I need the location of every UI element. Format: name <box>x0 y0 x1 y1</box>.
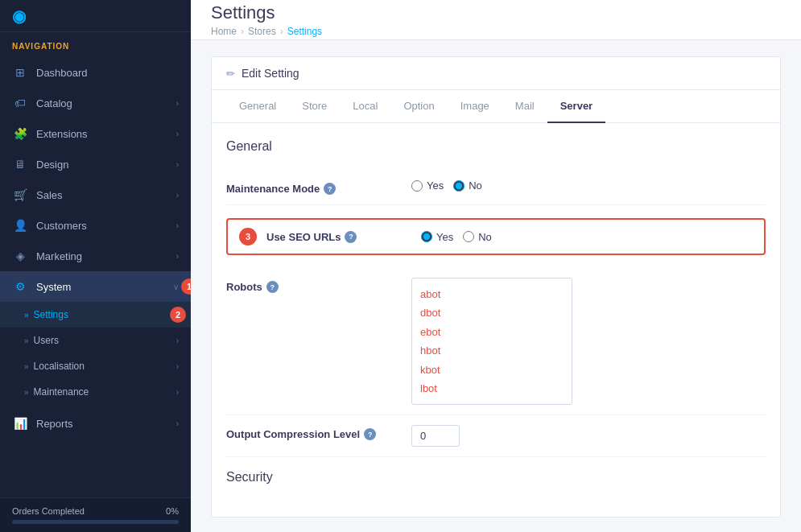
main-content: Settings Home › Stores › Settings ✏ Edit… <box>191 0 801 532</box>
sidebar-item-label: Design <box>36 159 176 171</box>
breadcrumb-stores[interactable]: Stores <box>248 26 276 37</box>
robot-item: hbot <box>420 341 564 360</box>
orders-bottom-bar: Orders Completed 0% <box>0 497 191 532</box>
top-bar: Settings Home › Stores › Settings <box>191 0 801 40</box>
chevron-right-icon: » <box>24 311 29 320</box>
sidebar-item-sales[interactable]: 🛒 Sales › <box>0 179 191 210</box>
sidebar-item-system[interactable]: ⚙ System ∨ 1 <box>0 271 191 302</box>
chevron-right-icon: › <box>176 130 179 138</box>
section-title: General <box>226 139 766 154</box>
robots-list[interactable]: abot dbot ebot hbot kbot lbot <box>411 278 572 405</box>
sidebar-item-extensions[interactable]: 🧩 Extensions › <box>0 118 191 149</box>
breadcrumb-sep: › <box>241 26 244 37</box>
maintenance-radio-group: Yes No <box>411 179 482 192</box>
orders-percent: 0% <box>166 506 179 516</box>
help-icon[interactable]: ? <box>324 183 336 195</box>
sidebar-subitem-users[interactable]: » Users › <box>0 328 191 353</box>
breadcrumb-home[interactable]: Home <box>211 26 237 37</box>
tab-server[interactable]: Server <box>547 90 605 123</box>
maintenance-no-radio[interactable] <box>453 180 464 192</box>
orders-completed-label: Orders Completed <box>12 506 85 516</box>
sidebar-item-reports[interactable]: 📊 Reports › <box>0 408 191 439</box>
seo-yes-radio[interactable] <box>421 231 432 242</box>
sidebar-subitem-label: Users <box>34 335 176 346</box>
tab-image[interactable]: Image <box>448 90 502 123</box>
chevron-right-icon: » <box>24 336 29 345</box>
seo-no-option[interactable]: No <box>463 231 492 243</box>
reports-icon: 📊 <box>12 417 28 430</box>
tab-local[interactable]: Local <box>340 90 390 123</box>
maintenance-mode-label: Maintenance Mode ? <box>226 179 411 195</box>
robot-item: lbot <box>420 379 564 398</box>
system-icon: ⚙ <box>12 280 28 293</box>
sidebar-item-label: Customers <box>36 220 176 232</box>
chevron-right-icon: › <box>176 99 179 108</box>
breadcrumb: Home › Stores › Settings <box>211 26 322 37</box>
compression-input[interactable] <box>411 425 460 447</box>
sidebar-item-design[interactable]: 🖥 Design › <box>0 149 191 179</box>
catalog-icon: 🏷 <box>12 97 28 109</box>
seo-urls-label: Use SEO URLs ? <box>266 231 411 243</box>
tab-store[interactable]: Store <box>289 90 340 123</box>
chevron-right-icon: › <box>176 191 179 200</box>
help-icon[interactable]: ? <box>345 231 357 243</box>
marketing-icon: ◈ <box>12 250 28 262</box>
security-section-title: Security <box>226 470 766 485</box>
pencil-icon: ✏ <box>226 68 235 80</box>
help-icon[interactable]: ? <box>364 428 376 440</box>
page-title: Settings <box>211 2 310 23</box>
sidebar-subitem-settings[interactable]: » Settings 2 <box>0 302 191 328</box>
sidebar-subitem-label: Localisation <box>34 361 176 372</box>
sidebar-item-catalog[interactable]: 🏷 Catalog › <box>0 88 191 118</box>
tab-mail[interactable]: Mail <box>502 90 547 123</box>
maintenance-mode-control: Yes No <box>411 179 766 192</box>
chevron-right-icon: › <box>176 419 179 428</box>
seo-badge: 3 <box>239 228 257 245</box>
maintenance-no-option[interactable]: No <box>453 179 482 192</box>
help-icon[interactable]: ? <box>266 281 279 293</box>
robot-item: dbot <box>420 303 564 322</box>
chevron-right-icon: › <box>176 160 179 169</box>
robots-label: Robots ? <box>226 278 411 293</box>
logo-icon: ◉ <box>12 6 26 26</box>
seo-no-radio[interactable] <box>463 231 474 242</box>
chevron-right-icon: › <box>176 362 179 371</box>
compression-label: Output Compression Level ? <box>226 425 411 440</box>
seo-urls-row: 3 Use SEO URLs ? Yes N <box>226 218 766 255</box>
extensions-icon: 🧩 <box>12 127 28 140</box>
sidebar-item-marketing[interactable]: ◈ Marketing › <box>0 241 191 271</box>
maintenance-yes-radio[interactable] <box>411 180 423 192</box>
progress-bar-track <box>12 520 179 524</box>
sales-icon: 🛒 <box>12 188 28 201</box>
card-header-title: Edit Setting <box>242 67 299 80</box>
settings-card: ✏ Edit Setting General Store Local Optio… <box>211 56 781 518</box>
chevron-right-icon: › <box>176 221 179 230</box>
sidebar-subitem-label: Maintenance <box>34 386 176 398</box>
robot-item: kbot <box>420 361 564 379</box>
orders-label-row: Orders Completed 0% <box>12 506 179 516</box>
seo-radio-group: Yes No <box>421 231 492 243</box>
robot-item: ebot <box>420 323 564 341</box>
chevron-right-icon: » <box>24 362 29 371</box>
breadcrumb-sep: › <box>280 26 283 37</box>
seo-row-wrapper: 3 Use SEO URLs ? Yes N <box>226 205 766 268</box>
sidebar-item-label: Sales <box>36 189 176 201</box>
dashboard-icon: ⊞ <box>12 66 28 79</box>
design-icon: 🖥 <box>12 158 28 171</box>
system-badge: 1 <box>181 278 191 295</box>
sidebar-item-label: Marketing <box>36 250 176 262</box>
sidebar-subitem-maintenance[interactable]: » Maintenance › <box>0 379 191 405</box>
sidebar-item-label: Dashboard <box>36 67 179 79</box>
tab-option[interactable]: Option <box>390 90 447 123</box>
chevron-down-icon: ∨ <box>173 282 179 291</box>
sidebar-item-dashboard[interactable]: ⊞ Dashboard <box>0 57 191 88</box>
customers-icon: 👤 <box>12 219 28 232</box>
sidebar-subitem-localisation[interactable]: » Localisation › <box>0 353 191 379</box>
sidebar-item-customers[interactable]: 👤 Customers › <box>0 210 191 241</box>
maintenance-yes-option[interactable]: Yes <box>411 179 444 192</box>
seo-yes-option[interactable]: Yes <box>421 231 453 243</box>
sidebar-item-label: System <box>36 281 173 293</box>
chevron-right-icon: » <box>24 388 29 397</box>
tab-general[interactable]: General <box>226 90 289 123</box>
sidebar: ◉ NAVIGATION ⊞ Dashboard 🏷 Catalog › 🧩 E… <box>0 0 191 532</box>
